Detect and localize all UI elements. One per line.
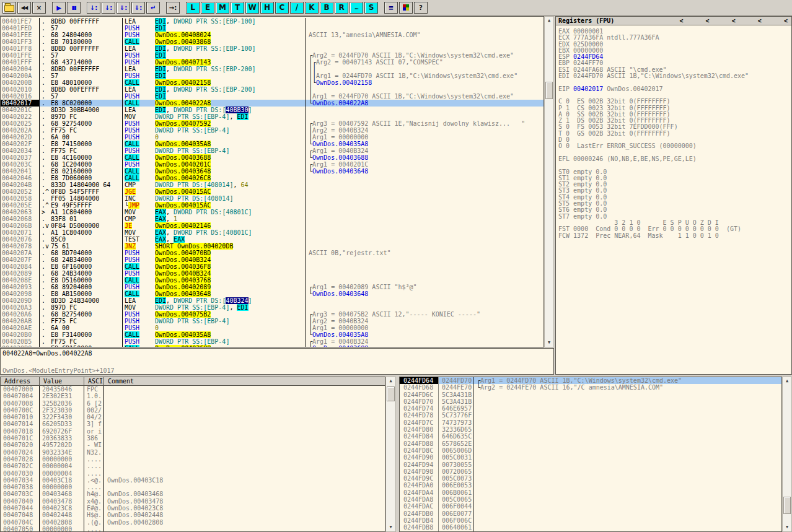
execute-till-return-button[interactable]: ↵ (146, 2, 160, 14)
view-run-trace-button[interactable]: ... (350, 2, 363, 14)
register-line[interactable]: EIP 00402017 OwnDos.00402017 (556, 86, 791, 92)
disasm-row[interactable]: 0040209D.8D3D 24B34000LEAEDI, DWORD PTR … (1, 297, 543, 304)
disasm-row[interactable]: 00401FF3.E8 70180000CALLOwnDos.00403868 (1, 38, 543, 45)
stack-row[interactable]: 0244FDB0006E0077 (400, 510, 781, 517)
disasm-row[interactable]: 0040202D.6A 00PUSH0│Arg1 = 00000000 (1, 134, 543, 141)
dump-row[interactable]: 0040700C2F323030002/ (1, 407, 385, 414)
register-line[interactable]: ST2 empty 0.0 (556, 181, 791, 188)
dump-row[interactable]: 0040704C00402808.(@.OwnDos.00402808 (1, 519, 385, 526)
view-memory-button[interactable]: M (216, 2, 229, 14)
disasm-row[interactable]: 00402034.FF75 FCPUSHDWORD PTR SS:[EBP-4]… (1, 147, 543, 154)
disasm-row[interactable]: 00402046.E8 7D060000CALLOwnDos.004026C8 (1, 175, 543, 181)
dump-row[interactable]: 00407008325B20366 [2 (1, 400, 385, 407)
disasm-row[interactable]: 0040204B.833D 14804000 64CMPDWORD PTR DS… (1, 181, 543, 188)
dump-row[interactable]: 004070249032334EN32. (1, 449, 385, 456)
dump-row[interactable]: 0040704000403478x4@.OwnDos.00403478 (1, 498, 385, 505)
dump-row[interactable]: 0040700020435046FPC (1, 386, 385, 393)
stack-row[interactable]: 0244FDA4006B0061 (400, 489, 781, 496)
register-line[interactable]: ECX 777A36FA ntdll.777A36FA (556, 35, 791, 41)
register-line[interactable]: EBX 00000000 (556, 48, 791, 54)
view-source-button[interactable]: S (364, 2, 378, 14)
disasm-row[interactable]: 004020B8.E8 CB150000CALLOwnDos.00403688└… (1, 345, 543, 347)
disasm-row[interactable]: 00402058.FF05 14804000INCDWORD PTR DS:[4… (1, 195, 543, 202)
restart-button[interactable]: ◀◀ (17, 2, 31, 14)
register-line[interactable]: ST7 empty 0.0 (556, 214, 791, 220)
stack-row[interactable]: 0244FD9800720065 (400, 468, 781, 475)
view-breakpoints-button[interactable]: B (320, 2, 333, 14)
disasm-row[interactable]: 00402071.A1 1C804000MOVEAX, DWORD PTR DS… (1, 229, 543, 236)
register-line[interactable]: S 0 FS 0053 32bit 7EFDD000(FFF) (556, 124, 791, 130)
pause-button[interactable]: ▮▮ (67, 2, 81, 14)
disasm-row[interactable]: 00401FE7.8DBD 00FFFFFFLEAEDI, DWORD PTR … (1, 18, 543, 25)
stack-row[interactable]: 0244FD8032336D65 (400, 426, 781, 433)
register-line[interactable]: P 1 CS 0023 32bit 0(FFFFFFFF) (556, 105, 791, 111)
register-line[interactable]: EDX 025D0000 (556, 41, 791, 48)
disassembly-scrollbar[interactable]: ▲ ▼ (544, 16, 554, 347)
disasm-row[interactable]: 00402016.57PUSHEDI│Arg1 = 0244FD70 ASCII… (1, 93, 543, 100)
disasm-row[interactable]: 00402093.68 89204000PUSHOwnDos.00402089┌… (1, 284, 543, 290)
disasm-row[interactable]: 00402098.E8 AB150000CALLOwnDos.00403648└… (1, 290, 543, 297)
register-line[interactable]: ST5 empty 0.0 (556, 201, 791, 207)
registers-chevrons[interactable]: < < < < < (679, 17, 788, 24)
register-line[interactable]: ST1 empty 0.0 (556, 175, 791, 181)
disasm-row[interactable]: 00402017.E8 8C020000CALLOwnDos.004022A8└… (1, 100, 543, 107)
disasm-row[interactable]: 00402078.v75 61JNZSHORT OwnDos.004020DB (1, 243, 543, 250)
scroll-up-icon[interactable]: ▲ (783, 377, 791, 385)
disasm-row[interactable]: 00402068.83F8 01CMPEAX, 1 (1, 216, 543, 222)
stack-row[interactable]: 0244FD886578652E (400, 440, 781, 447)
disasm-row[interactable]: 004020AB.FF75 FCPUSHDWORD PTR SS:[EBP-4]… (1, 318, 543, 325)
disasm-row[interactable]: 00401FEE.68 24804000PUSHOwnDos.00408024A… (1, 32, 543, 38)
stack-row[interactable]: 0244FDB4006F006C (400, 517, 781, 524)
register-line[interactable]: EBP 0244FF70 (556, 60, 791, 66)
disasm-row[interactable]: 0040207F.68 24B34000PUSHOwnDos.0040B324 (1, 256, 543, 263)
register-line[interactable] (556, 92, 791, 98)
view-references-button[interactable]: R (335, 2, 348, 14)
register-line[interactable]: FCW 1372 Prec NEAR,64 Mask 1 1 0 0 1 0 (556, 233, 791, 239)
open-file-button[interactable] (2, 2, 16, 14)
disasm-row[interactable]: 0040208E.E8 D5160000CALLOwnDos.00403768 (1, 277, 543, 284)
register-line[interactable]: Z 1 DS 002B 32bit 0(FFFFFFFF) (556, 118, 791, 124)
scroll-down-icon[interactable]: ▼ (545, 339, 553, 347)
stack-row[interactable]: 0244FDAC006F0044 (400, 503, 781, 510)
register-line[interactable]: FST 0000 Cond 0 0 0 0 Err 0 0 0 0 0 0 0 … (556, 226, 791, 232)
step-over-button[interactable]: ↓: (102, 2, 115, 14)
help-button[interactable]: ? (414, 2, 428, 14)
dump-row[interactable]: 0040702C00000004.... (1, 463, 385, 469)
register-line[interactable]: ST4 empty 0.0 (556, 194, 791, 201)
dump-row[interactable]: 0040704800402448H$@.OwnDos.00402448 (1, 512, 385, 518)
dump-row[interactable]: 0040703400403C18.<@.OwnDos.00403C18 (1, 477, 385, 484)
dump-row[interactable]: 00407010322F343004/2 (1, 414, 385, 421)
view-cpu-button[interactable]: C (275, 2, 289, 14)
disasm-row[interactable]: 0040207A.68 BD704000PUSHOwnDos.004070BDA… (1, 250, 543, 256)
scroll-up-icon[interactable]: ▲ (386, 377, 395, 385)
dump-row[interactable]: 0040705000000000.... (1, 526, 385, 532)
disasm-row[interactable]: 00402084.E8 6F160000CALLOwnDos.004036F8 (1, 263, 543, 270)
stack-row[interactable]: 0244FD785C73776F (400, 412, 781, 419)
disasm-row[interactable]: 00402010.8DBD 00FEFFFFLEAEDI, DWORD PTR … (1, 86, 543, 93)
stack-row[interactable]: 0244FD705C3A431B (400, 398, 781, 405)
register-line[interactable]: ESP 0244FD64 (556, 54, 791, 60)
register-line[interactable]: ST0 empty 0.0 (556, 169, 791, 175)
register-line[interactable]: A 0 SS 002B 32bit 0(FFFFFFFF) (556, 111, 791, 118)
disasm-row[interactable]: 004020B5.FF75 FCPUSHDWORD PTR SS:[EBP-4]… (1, 338, 543, 345)
stack-row[interactable]: 0244FD74646E6957 (400, 405, 781, 412)
options-button[interactable]: ≡ (384, 2, 398, 14)
stack-row[interactable]: 0244FDA0006E0053 (400, 482, 781, 489)
disassembly-pane[interactable]: 00401FE7.8DBD 00FFFFFFLEAEDI, DWORD PTR … (0, 16, 544, 347)
dump-row[interactable]: 0040702800000000.... (1, 456, 385, 463)
disasm-row[interactable]: 00402022.897D FCMOVDWORD PTR SS:[EBP-4],… (1, 113, 543, 120)
disasm-row[interactable]: 00402004.8DBD 00FEFFFFLEAEDI, DWORD PTR … (1, 66, 543, 72)
disasm-row[interactable]: 00401FF8.8DBD 00FFFFFFLEAEDI, DWORD PTR … (1, 45, 543, 52)
register-line[interactable]: C 0 ES 002B 32bit 0(FFFFFFFF) (556, 98, 791, 105)
stack-row[interactable]: 0244FD7C74737973 (400, 419, 781, 426)
disasm-row[interactable]: 0040203C.68 1C204000PUSHOwnDos.0040201C┌… (1, 161, 543, 168)
disasm-row[interactable]: 00401FFF.68 43714000PUSHOwnDos.00407143│… (1, 59, 543, 66)
dump-row[interactable]: 004070042E302E311.0. (1, 393, 385, 399)
register-line[interactable]: ESI 0244FA68 ASCII "\cmd.exe" (556, 67, 791, 73)
disasm-row[interactable]: 0040200A.57PUSHEDI││Arg1 = 0244FD70 ASCI… (1, 72, 543, 79)
dump-row[interactable]: 00407044004023C8È#@.OwnDos.004023C8 (1, 505, 385, 512)
dump-header-ascii[interactable]: ASCI (84, 377, 104, 385)
registers-pane[interactable]: Registers (FPU) < < < < < EAX 00000001EC… (555, 16, 792, 375)
view-call-stack-button[interactable]: K (305, 2, 319, 14)
step-into-button[interactable]: ↓: (87, 2, 100, 14)
